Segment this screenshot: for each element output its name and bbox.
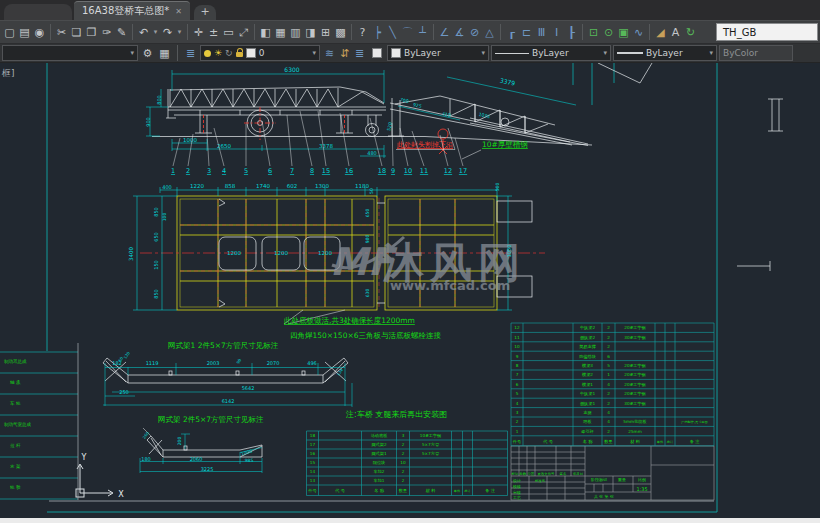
zoom-icon[interactable]: ± [206, 23, 221, 41]
dim-edit-icon[interactable]: ⊡ [586, 23, 601, 41]
table-cell: 名 称 [374, 488, 385, 493]
dimension-text: 480 [367, 150, 377, 156]
dimension-text: 1180 [355, 183, 369, 189]
zoom-extents-icon[interactable]: ⤢ [236, 23, 251, 41]
help-icon[interactable]: ? [355, 23, 370, 41]
copy-icon[interactable]: ❏ [69, 23, 84, 41]
dimension-text: 阶段标记 [591, 477, 607, 483]
linetype-value: ByLayer [532, 48, 569, 58]
toolbar-divider [254, 24, 255, 40]
command-line-strip[interactable] [0, 518, 820, 523]
layer-states-icon[interactable]: ≋ [322, 44, 337, 62]
dimension-text: 630 [365, 289, 370, 298]
cut-icon[interactable]: ✂ [54, 23, 69, 41]
workspace-combo[interactable]: ▾ [2, 45, 138, 61]
dimension-text: 2070 [267, 360, 280, 366]
table-cell: 网式架1 [371, 451, 387, 456]
drawing-tab[interactable]: 16A38登桥车总图* ✕ [74, 1, 190, 20]
undo-icon[interactable]: ↶ [136, 23, 151, 41]
viewport-frame-icon[interactable]: ▦ [157, 44, 172, 62]
application-menu-area[interactable] [4, 4, 72, 20]
center-mark-icon[interactable]: ⊙ [601, 23, 616, 41]
dimension-text: 重量 [617, 477, 626, 482]
balloon-leader [287, 115, 292, 166]
linetype-combo[interactable]: ByLayer ▾ [491, 45, 611, 61]
dim-space-icon[interactable]: ┠ [564, 23, 579, 41]
dim-update-icon[interactable]: ▣ [616, 23, 631, 41]
zoom-window-icon[interactable]: ▭ [221, 23, 236, 41]
redo-icon[interactable]: ↷ [160, 23, 175, 41]
dim-arc-icon[interactable]: ⌒ [400, 23, 415, 41]
table-cell: 20#工字钢 [624, 391, 645, 396]
dim-continue-icon[interactable]: ⊏ [519, 23, 534, 41]
edit-icon[interactable]: ✎ [114, 23, 129, 41]
print-icon[interactable]: ▤ [17, 23, 32, 41]
dim-break-icon[interactable]: Ⅲ [534, 23, 549, 41]
dim-angular-icon[interactable]: ∠ [437, 23, 452, 41]
layer-isolate-icon[interactable]: ⇵ [337, 44, 352, 62]
properties-icon[interactable]: ▥ [288, 23, 303, 41]
redo-dropdown-icon[interactable]: ▾ [175, 23, 184, 41]
text-style-icon[interactable]: A [668, 23, 683, 41]
toolbar-divider [50, 24, 51, 40]
dimension-text: 1119 [146, 360, 159, 366]
color-swatch-button[interactable] [372, 48, 382, 58]
lineweight-combo[interactable]: ByLayer ▾ [613, 45, 717, 61]
layout-icon[interactable]: ◧ [258, 23, 273, 41]
tab-close-icon[interactable]: ✕ [175, 7, 182, 16]
hatch-icon[interactable]: ◢ [653, 23, 668, 41]
dimension-text: 支 架 [10, 464, 21, 469]
tool-palettes-icon[interactable]: ◨ [303, 23, 318, 41]
table-cell: 总计 [463, 489, 471, 493]
table-cell: 5 [607, 363, 610, 368]
dimension-text: 校核 [512, 484, 521, 489]
table-cell: 6 [607, 354, 610, 359]
dim-aligned-icon[interactable]: ╲ [385, 23, 400, 41]
sheet-set-icon[interactable]: ▦ [273, 23, 288, 41]
new-tab-button[interactable]: + [194, 5, 216, 20]
undo-dropdown-icon[interactable]: ▾ [151, 23, 160, 41]
layer-viewport-icon[interactable]: ↻ [225, 48, 233, 58]
model-space-canvas[interactable]: MF 沐风网 www.mfcad.com 框]63003379800900100… [0, 63, 820, 518]
layer-properties-icon[interactable]: ≣ [183, 44, 198, 62]
layer-thaw-sun-icon[interactable]: ☀ [214, 48, 222, 58]
layer-combo[interactable]: ☀ ↻ 0 ▾ [200, 45, 320, 61]
dimension-text: 年月日 [573, 472, 583, 476]
gear-icon[interactable]: ⚙ [140, 44, 155, 62]
layer-unlock-icon[interactable] [236, 52, 243, 57]
layer-freeze-icon[interactable]: ≣ [352, 44, 367, 62]
table-cell: 17 [310, 442, 316, 447]
dim-angle-icon[interactable]: △ [482, 23, 497, 41]
table-cell: 20#工字钢 [624, 382, 645, 387]
blocks-icon[interactable]: ⊞ [318, 23, 333, 41]
match-properties-icon[interactable]: ✑ [99, 23, 114, 41]
dimension-text: 1035 [478, 112, 490, 119]
multileader-icon[interactable]: ∿ [631, 23, 646, 41]
new-icon[interactable]: ▢ [2, 23, 17, 41]
object-color-combo[interactable]: ByLayer ▾ [387, 45, 489, 61]
calculator-icon[interactable]: ▩ [333, 23, 348, 41]
table-cell: 14 [310, 469, 316, 474]
dim-radius-icon[interactable]: ∡ [452, 23, 467, 41]
table-cell: 4 [607, 419, 610, 424]
dimension-text: 拉 杆 [10, 443, 21, 448]
table-cell: 2 [607, 335, 610, 340]
dim-diameter-icon[interactable]: ⊘ [467, 23, 482, 41]
table-cell: 踏板 [583, 419, 591, 424]
truss2-title: 网式架 2件5×7方管尺寸见标注 [158, 415, 264, 424]
annotate-icon[interactable]: ↻ [683, 23, 698, 41]
dimension-text: 980 [365, 235, 370, 244]
pan-icon[interactable]: ✛ [191, 23, 206, 41]
paste-icon[interactable]: ❐ [84, 23, 99, 41]
web-icon[interactable]: ◉ [32, 23, 47, 41]
text-style-field[interactable]: TH_GB [716, 23, 818, 41]
table-cell: 5 [516, 391, 519, 396]
dim-linear-icon[interactable]: ┝ [370, 23, 385, 41]
assembly-note: 注:车桥 支腿来后再出安装图 [345, 410, 447, 419]
layer-on-bulb-icon[interactable] [204, 50, 211, 57]
layer-color-swatch[interactable] [246, 48, 256, 58]
dim-text-icon[interactable]: Ⅰ [549, 23, 564, 41]
dim-baseline-icon[interactable]: ┎ [504, 23, 519, 41]
dim-ordinate-icon[interactable]: ┴ [415, 23, 430, 41]
table-cell: 横梁1 [581, 382, 593, 387]
